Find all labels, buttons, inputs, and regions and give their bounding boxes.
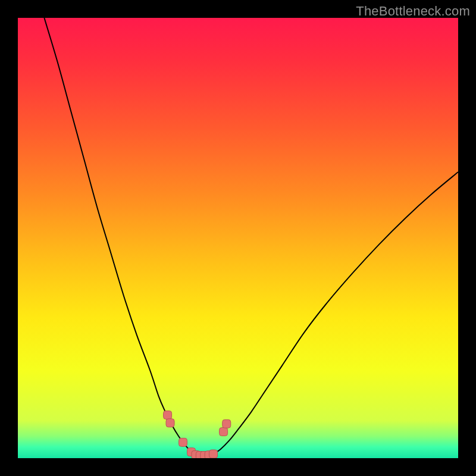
gradient-background: [18, 18, 458, 458]
data-marker: [166, 419, 174, 427]
data-marker: [164, 411, 172, 419]
chart-svg: [18, 18, 458, 458]
outer-frame: TheBottleneck.com: [0, 0, 476, 476]
plot-area: [18, 18, 458, 458]
data-marker: [209, 450, 218, 458]
data-marker: [220, 428, 228, 436]
data-marker: [179, 438, 187, 446]
watermark-text: TheBottleneck.com: [356, 4, 470, 19]
data-marker: [223, 419, 231, 428]
